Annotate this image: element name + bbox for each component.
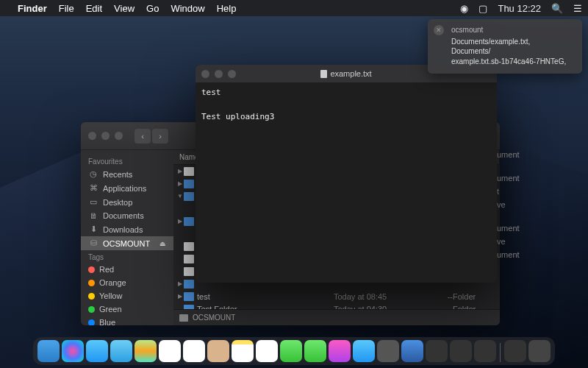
disclosure-icon[interactable]: ▼ (176, 193, 184, 199)
notification-center-icon[interactable]: ☰ (573, 3, 582, 14)
folder-icon (184, 217, 194, 226)
menu-edit[interactable]: Edit (86, 3, 102, 14)
close-icon[interactable]: ✕ (434, 25, 444, 35)
airplay-icon[interactable]: ▢ (478, 3, 487, 14)
dock-maps[interactable] (135, 340, 157, 362)
clock[interactable]: Thu 12:22 (498, 3, 541, 14)
fast-user-switch-icon[interactable]: ◉ (460, 3, 468, 14)
tag-orange[interactable]: Orange (81, 276, 173, 289)
dock-photos[interactable] (159, 340, 181, 362)
dock-xcode[interactable] (401, 340, 423, 362)
tag-dot-icon (88, 266, 95, 273)
tag-yellow[interactable]: Yellow (81, 289, 173, 302)
editor-title: example.txt (330, 69, 371, 78)
file-date: Today at 08:45 (334, 292, 422, 301)
back-button[interactable]: ‹ (135, 129, 151, 144)
file-icon (184, 255, 194, 263)
dock-separator (500, 343, 501, 362)
disclosure-icon[interactable]: ▶ (176, 218, 184, 224)
tag-dot-icon (88, 306, 95, 313)
path-segment[interactable]: OCSMOUNT (193, 314, 235, 322)
texteditor-window[interactable]: example.txt test Test uploading3 (196, 65, 497, 283)
drive-icon: ⛁ (88, 238, 98, 248)
overflow-text: ument (497, 250, 526, 263)
dock-safari[interactable] (86, 340, 108, 362)
dock[interactable] (33, 337, 555, 365)
file-kind: Folder (453, 292, 497, 301)
menu-file[interactable]: File (59, 3, 74, 14)
tag-label: Yellow (99, 291, 122, 300)
sidebar-item-ocsmount[interactable]: ⛁OCSMOUNT⏏ (81, 236, 173, 250)
disclosure-icon[interactable]: ▶ (176, 168, 184, 174)
tag-blue[interactable]: Blue (81, 316, 173, 325)
sidebar-section-favourites: Favourites (81, 155, 173, 167)
dock-music[interactable] (329, 340, 351, 362)
tag-red[interactable]: Red (81, 263, 173, 276)
menu-window[interactable]: Window (171, 3, 204, 14)
dock-dark[interactable] (450, 340, 472, 362)
sidebar-item-documents[interactable]: 🗎Documents (81, 209, 173, 222)
tag-label: Red (99, 265, 114, 274)
dock-trash[interactable] (528, 340, 551, 362)
sidebar-item-applications[interactable]: ⌘Applications (81, 181, 173, 195)
app-menu[interactable]: Finder (18, 3, 47, 14)
folder-icon (184, 280, 194, 289)
document-icon (320, 70, 327, 78)
path-bar[interactable]: OCSMOUNT (173, 309, 500, 325)
dock-contacts[interactable] (207, 340, 229, 362)
sidebar-item-label: Recents (103, 170, 132, 179)
disclosure-icon[interactable]: ▶ (176, 180, 184, 187)
dock-messages[interactable] (280, 340, 302, 362)
downloads-icon: ⬇ (88, 224, 98, 234)
dock-notes[interactable] (232, 340, 254, 362)
tag-green[interactable]: Green (81, 302, 173, 316)
tag-label: Green (99, 305, 122, 314)
folder-icon (184, 180, 194, 188)
traffic-minimize[interactable] (101, 132, 110, 140)
file-name: test (197, 292, 334, 301)
overflow-text: ve (497, 200, 526, 213)
sidebar-item-label: Applications (103, 184, 146, 193)
dock-cal[interactable] (183, 340, 205, 362)
dock-siri[interactable] (62, 340, 84, 362)
notification-body: Documents/example.txt, Documents/ exampl… (451, 37, 575, 67)
dock-dark[interactable] (474, 340, 496, 362)
dock-facetime[interactable] (304, 340, 326, 362)
dock-mail[interactable] (110, 340, 132, 362)
docs-icon: 🗎 (88, 211, 98, 220)
file-size: -- (422, 292, 453, 301)
traffic-zoom[interactable] (115, 132, 123, 140)
notification[interactable]: ✕ ocsmount Documents/example.txt, Docume… (428, 19, 582, 74)
menu-go[interactable]: Go (146, 3, 159, 14)
menubar: Finder File Edit View Go Window Help ◉ ▢… (0, 0, 588, 16)
overflow-text: ument (497, 150, 526, 163)
table-row[interactable]: Test FolderToday at 04:30--Folder (173, 302, 500, 309)
folder-icon (184, 192, 194, 201)
sidebar-item-downloads[interactable]: ⬇Downloads (81, 222, 173, 236)
dock-dark[interactable] (426, 340, 448, 362)
tag-dot-icon (88, 293, 95, 300)
apps-icon: ⌘ (88, 183, 98, 193)
eject-icon[interactable]: ⏏ (159, 240, 166, 247)
editor-body[interactable]: test Test uploading3 (196, 82, 497, 128)
folder-icon (184, 292, 194, 301)
sidebar-item-label: Desktop (103, 198, 132, 207)
dock-finder[interactable] (37, 340, 60, 362)
disclosure-icon[interactable]: ▶ (176, 280, 184, 287)
dock-prefs[interactable] (377, 340, 399, 362)
dock-reminders[interactable] (256, 340, 278, 362)
traffic-close[interactable] (88, 132, 96, 140)
dock-dark[interactable] (504, 340, 526, 362)
sidebar-item-label: Documents (103, 211, 144, 220)
menu-view[interactable]: View (114, 3, 135, 14)
sidebar-item-desktop[interactable]: ▭Desktop (81, 195, 173, 209)
disclosure-icon[interactable]: ▶ (176, 293, 184, 300)
forward-button[interactable]: › (152, 129, 168, 144)
spotlight-icon[interactable]: 🔍 (551, 3, 563, 14)
sidebar-item-recents[interactable]: ◷Recents (81, 167, 173, 181)
finder-overflow-column: umentumenttveumentveument (497, 150, 526, 263)
menu-help[interactable]: Help (217, 3, 237, 14)
dock-store[interactable] (353, 340, 375, 362)
overflow-text: ve (497, 237, 526, 250)
table-row[interactable]: ▶testToday at 08:45--Folder (173, 290, 500, 302)
